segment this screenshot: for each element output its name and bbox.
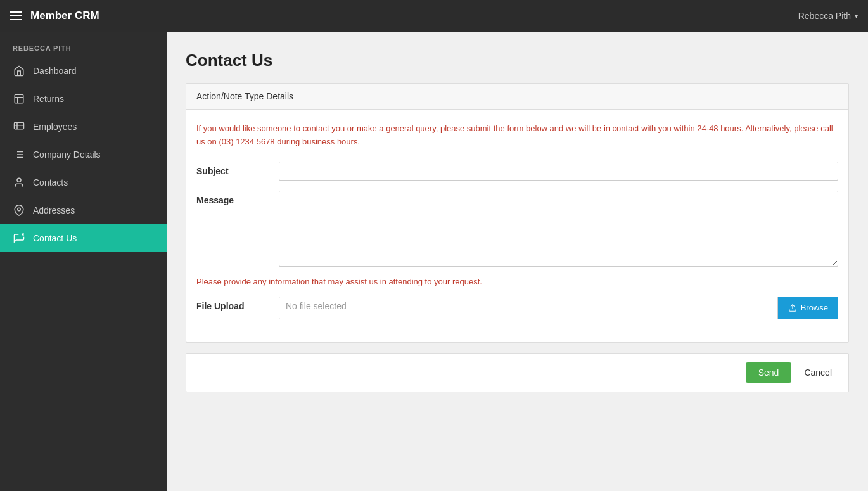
svg-point-13 — [18, 208, 21, 211]
subject-row: Subject — [196, 162, 838, 181]
sidebar-label-contacts: Contacts — [33, 177, 68, 188]
returns-icon — [13, 92, 25, 105]
card-header: Action/Note Type Details — [186, 84, 848, 110]
info-text: If you would like someone to contact you… — [196, 122, 838, 149]
header-left: Member CRM — [10, 10, 99, 22]
file-upload-control: No file selected Browse — [279, 297, 838, 319]
card-body: If you would like someone to contact you… — [186, 110, 848, 342]
sidebar-item-contacts[interactable]: Contacts — [0, 169, 167, 196]
cancel-button[interactable]: Cancel — [798, 362, 838, 383]
addresses-icon — [13, 204, 25, 217]
sidebar-item-contact-us[interactable]: Contact Us — [0, 224, 167, 252]
chevron-down-icon: ▾ — [855, 13, 858, 20]
header: Member CRM Rebecca Pith ▾ — [0, 0, 868, 32]
message-input[interactable] — [279, 191, 838, 267]
message-row: Message — [196, 191, 838, 267]
browse-button[interactable]: Browse — [778, 297, 838, 319]
svg-rect-0 — [15, 94, 23, 103]
sidebar-item-company-details[interactable]: Company Details — [0, 141, 167, 169]
company-icon — [13, 148, 25, 161]
sidebar: REBECCA PITH Dashboard Returns Employees… — [0, 32, 167, 491]
contact-us-icon — [13, 232, 25, 245]
sidebar-label-employees: Employees — [33, 122, 77, 132]
message-label: Message — [196, 191, 279, 205]
main-layout: REBECCA PITH Dashboard Returns Employees… — [0, 32, 868, 491]
contact-us-card: Action/Note Type Details If you would li… — [186, 83, 849, 343]
help-text: Please provide any information that may … — [196, 277, 838, 286]
file-upload-label: File Upload — [196, 297, 279, 311]
hamburger-icon[interactable] — [10, 11, 22, 20]
file-upload-placeholder: No file selected — [279, 297, 778, 319]
sidebar-item-addresses[interactable]: Addresses — [0, 196, 167, 224]
sidebar-label-company-details: Company Details — [33, 150, 101, 160]
sidebar-label-contact-us: Contact Us — [33, 233, 77, 243]
sidebar-item-returns[interactable]: Returns — [0, 85, 167, 113]
contacts-icon — [13, 176, 25, 189]
sidebar-item-employees[interactable]: Employees — [0, 113, 167, 141]
user-name: Rebecca Pith — [798, 11, 851, 21]
browse-label: Browse — [801, 303, 828, 312]
sidebar-label-addresses: Addresses — [33, 205, 75, 215]
send-button[interactable]: Send — [746, 362, 792, 383]
sidebar-item-dashboard[interactable]: Dashboard — [0, 57, 167, 85]
sidebar-label-dashboard: Dashboard — [33, 66, 77, 76]
home-icon — [13, 65, 25, 77]
actions-card: Send Cancel — [186, 353, 849, 392]
main-content: Contact Us Action/Note Type Details If y… — [167, 32, 868, 491]
subject-input[interactable] — [279, 162, 838, 181]
sidebar-section-title: REBECCA PITH — [0, 32, 167, 57]
page-title: Contact Us — [186, 51, 849, 70]
svg-point-12 — [17, 178, 21, 182]
user-menu[interactable]: Rebecca Pith ▾ — [798, 11, 858, 21]
sidebar-label-returns: Returns — [33, 94, 64, 104]
app-title: Member CRM — [30, 10, 99, 22]
subject-label: Subject — [196, 162, 279, 176]
employees-icon — [13, 120, 25, 133]
file-upload-row: File Upload No file selected Browse — [196, 297, 838, 319]
upload-icon — [788, 303, 797, 312]
